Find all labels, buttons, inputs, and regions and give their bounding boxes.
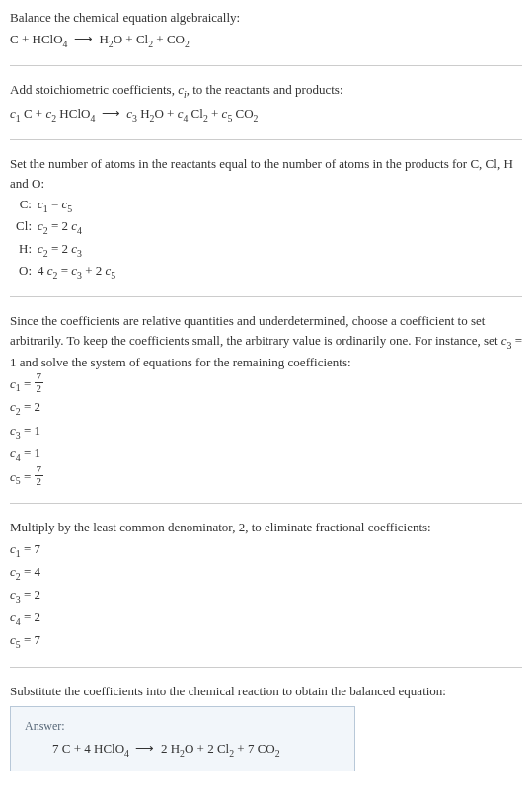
coeff-row: c1 = 7 [10,539,522,561]
frac-den: 2 [35,383,44,394]
coeff-row: c4 = 1 [10,444,522,465]
stoich-var: ci [178,82,187,97]
atom-row: O: 4 c2 = c3 + 2 c5 [10,261,522,283]
solve-title: Since the coefficients are relative quan… [10,311,522,371]
atom-row: C: c1 = c5 [10,195,522,216]
atom-eq: 4 c2 = c3 + 2 c5 [38,261,522,283]
coeff-row: c1 = 72 [10,373,522,396]
intro-title: Balance the chemical equation algebraica… [10,8,522,28]
divider [10,65,522,66]
atom-row: H: c2 = 2 c3 [10,239,522,261]
stoich-equation: c1 C + c2 HClO4 ⟶ c3 H2O + c4 Cl2 + c5 C… [10,104,522,125]
stoich-title-part2: , to the reactants and products: [187,82,343,97]
lcd-title: Multiply by the least common denominator… [10,518,522,537]
coeff-list: c1 = 7 c2 = 4 c3 = 2 c4 = 2 c5 = 7 [10,539,522,653]
final-title: Substitute the coefficients into the che… [10,682,522,701]
atom-eq: c2 = 2 c3 [38,239,522,261]
atom-table: C: c1 = c5 Cl: c2 = 2 c4 H: c2 = 2 c3 O:… [10,195,522,283]
divider [10,667,522,668]
divider [10,296,522,297]
stoich-title: Add stoichiometric coefficients, ci, to … [10,80,522,102]
fraction: 72 [35,464,44,487]
atom-eq: c2 = 2 c4 [38,216,522,238]
answer-equation: 7 C + 4 HClO4 ⟶ 2 H2O + 2 Cl2 + 7 CO2 [25,739,341,761]
atom-label: Cl: [10,216,38,236]
stoich-section: Add stoichiometric coefficients, ci, to … [10,80,522,125]
intro-equation: C + HClO4 ⟶ H2O + Cl2 + CO2 [10,30,522,51]
stoich-title-part1: Add stoichiometric coefficients, [10,82,178,97]
atoms-title: Set the number of atoms in the reactants… [10,154,522,193]
answer-label: Answer: [25,717,341,735]
intro-section: Balance the chemical equation algebraica… [10,8,522,51]
lcd-section: Multiply by the least common denominator… [10,518,522,653]
atom-row: Cl: c2 = 2 c4 [10,216,522,238]
coeff-row: c5 = 72 [10,466,522,489]
atom-label: C: [10,195,38,214]
coeff-row: c4 = 2 [10,608,522,629]
coeff-row: c2 = 2 [10,397,522,419]
atom-label: O: [10,261,38,281]
solve-section: Since the coefficients are relative quan… [10,311,522,489]
fraction: 72 [35,371,44,394]
frac-den: 2 [35,476,44,487]
coeff-row: c2 = 4 [10,562,522,584]
final-section: Substitute the coefficients into the che… [10,682,522,772]
atom-eq: c1 = c5 [38,195,522,216]
coeff-row: c3 = 1 [10,421,522,443]
answer-box: Answer: 7 C + 4 HClO4 ⟶ 2 H2O + 2 Cl2 + … [10,706,355,771]
atoms-section: Set the number of atoms in the reactants… [10,154,522,283]
coeff-row: c5 = 7 [10,630,522,652]
coeff-list: c1 = 72 c2 = 2 c3 = 1 c4 = 1 c5 = 72 [10,373,522,489]
divider [10,503,522,504]
divider [10,139,522,140]
coeff-row: c3 = 2 [10,585,522,607]
atom-label: H: [10,239,38,259]
